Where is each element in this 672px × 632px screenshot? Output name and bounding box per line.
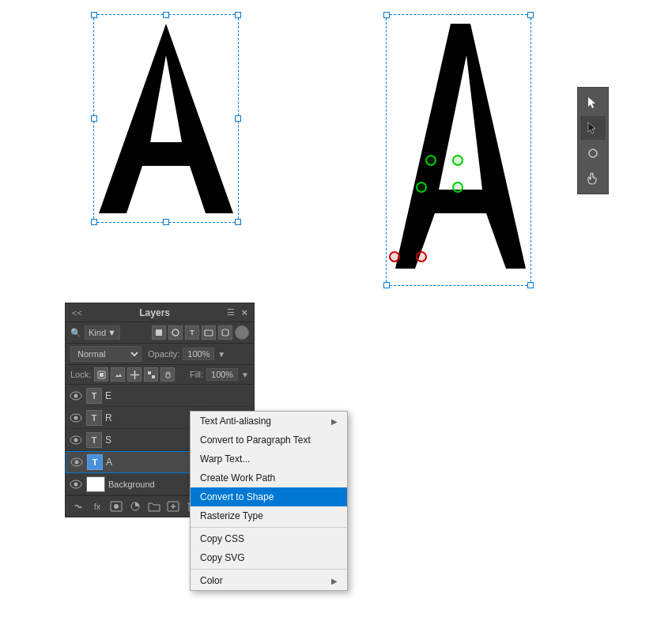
context-menu-separator-2	[191, 569, 347, 570]
eye-icon-a[interactable]	[70, 455, 84, 469]
eye-icon-e[interactable]	[69, 389, 83, 403]
kind-dropdown[interactable]: Kind ▼	[85, 325, 120, 340]
arrow-tool-black[interactable]	[580, 116, 606, 140]
panel-menu-button[interactable]: ☰	[227, 307, 235, 318]
svg-point-2	[589, 149, 597, 157]
anchor-red-2[interactable]	[416, 251, 427, 262]
layer-type-icon-r: T	[86, 410, 102, 426]
fill-input[interactable]	[206, 368, 238, 381]
layer-type-icon-e: T	[86, 388, 102, 404]
lock-artboards-icon[interactable]	[144, 367, 158, 382]
anchor-green-4[interactable]	[452, 182, 463, 193]
menu-item-rasterize-type[interactable]: Rasterize Type	[191, 506, 347, 525]
menu-item-label: Rasterize Type	[200, 510, 263, 521]
menu-item-label: Text Anti-aliasing	[200, 416, 271, 427]
menu-item-warp-text[interactable]: Warp Text...	[191, 450, 347, 468]
menu-item-convert-paragraph[interactable]: Convert to Paragraph Text	[191, 431, 347, 450]
canvas-area	[0, 0, 672, 300]
menu-item-convert-shape[interactable]: Convert to Shape	[191, 487, 347, 506]
letter-a-right	[387, 16, 530, 284]
menu-item-create-work-path[interactable]: Create Work Path	[191, 468, 347, 487]
filter-smart-icon[interactable]	[218, 325, 232, 340]
mask-icon[interactable]	[108, 499, 124, 514]
link-icon[interactable]	[70, 499, 86, 514]
layer-item-e[interactable]: T E	[66, 385, 254, 407]
effects-icon[interactable]: fx	[89, 499, 105, 514]
eye-icon-r[interactable]	[69, 411, 83, 425]
blend-mode-row: Normal Opacity: ▼	[66, 344, 254, 365]
lock-label: Lock:	[70, 370, 91, 379]
svg-point-15	[74, 393, 78, 397]
anchor-green-3[interactable]	[416, 182, 427, 193]
svg-point-4	[172, 329, 179, 336]
folder-icon[interactable]	[146, 499, 162, 514]
layers-panel-title: Layers	[139, 307, 170, 318]
eye-icon-bg[interactable]	[69, 477, 83, 491]
kind-arrow: ▼	[108, 328, 116, 337]
lock-position-icon[interactable]	[127, 367, 142, 382]
menu-item-arrow-color: ▶	[331, 577, 338, 585]
anchor-green-2[interactable]	[452, 155, 463, 166]
filter-toggle[interactable]	[235, 325, 249, 340]
adjustment-icon[interactable]	[127, 499, 143, 514]
layer-letter-s: S	[105, 434, 111, 446]
menu-item-label: Color	[200, 575, 223, 586]
menu-item-copy-svg[interactable]: Copy SVG	[191, 548, 347, 567]
eye-icon-s[interactable]	[69, 433, 83, 447]
layer-letter-r: R	[105, 412, 112, 423]
letter-a-right-svg	[387, 16, 530, 284]
lock-icons	[94, 367, 175, 382]
anchor-red-1[interactable]	[389, 251, 400, 262]
blend-mode-dropdown[interactable]: Normal	[70, 346, 142, 362]
svg-rect-13	[166, 374, 170, 378]
filter-type-icon[interactable]: T	[185, 325, 199, 340]
opacity-arrow[interactable]: ▼	[217, 350, 225, 359]
filter-icons: T	[152, 325, 249, 340]
filter-adjustment-icon[interactable]	[168, 325, 183, 340]
lock-all-icon[interactable]	[160, 367, 175, 382]
svg-rect-3	[156, 329, 162, 336]
opacity-input[interactable]	[183, 348, 214, 360]
svg-rect-5	[205, 330, 213, 336]
layer-thumbnail-bg	[86, 476, 105, 492]
svg-rect-8	[100, 373, 104, 377]
arrow-tool-white[interactable]	[580, 91, 606, 115]
lock-row: Lock: Fil	[66, 365, 254, 385]
panel-close-button[interactable]: ×	[241, 307, 247, 318]
filter-pixel-icon[interactable]	[152, 325, 166, 340]
lock-transparent-icon[interactable]	[94, 367, 108, 382]
menu-item-text-anti-aliasing[interactable]: Text Anti-aliasing ▶	[191, 412, 347, 431]
layers-panel-header: << Layers ☰ ×	[66, 303, 254, 322]
layer-type-icon-s: T	[86, 432, 102, 448]
svg-rect-11	[148, 371, 151, 374]
menu-item-copy-css[interactable]: Copy CSS	[191, 529, 347, 548]
letter-a-left-svg	[95, 16, 237, 221]
svg-marker-1	[588, 122, 595, 134]
lock-image-icon[interactable]	[111, 367, 125, 382]
kind-label: Kind	[89, 328, 106, 337]
context-menu: Text Anti-aliasing ▶ Convert to Paragrap…	[190, 411, 348, 591]
context-menu-separator-1	[191, 527, 347, 528]
menu-item-label: Copy SVG	[200, 552, 245, 563]
svg-point-19	[74, 438, 78, 442]
svg-point-17	[74, 416, 78, 419]
ellipse-tool[interactable]	[580, 141, 606, 165]
svg-rect-6	[222, 329, 228, 336]
opacity-label: Opacity:	[148, 349, 179, 359]
hand-tool[interactable]	[580, 167, 606, 190]
menu-item-color[interactable]: Color ▶	[191, 571, 347, 590]
search-icon: 🔍	[70, 328, 81, 338]
menu-item-label: Copy CSS	[200, 533, 244, 544]
menu-item-label: Convert to Paragraph Text	[200, 434, 311, 446]
svg-point-23	[74, 482, 78, 486]
filter-row: 🔍 Kind ▼ T	[66, 322, 254, 344]
menu-item-label: Warp Text...	[200, 453, 250, 465]
right-toolbar	[577, 87, 609, 194]
anchor-green-1[interactable]	[425, 155, 436, 166]
panel-collapse-button[interactable]: <<	[72, 308, 82, 318]
layer-letter-a: A	[106, 457, 112, 468]
filter-shape-icon[interactable]	[202, 325, 216, 340]
svg-point-25	[114, 504, 119, 509]
fill-arrow[interactable]: ▼	[241, 371, 249, 379]
new-layer-icon[interactable]	[165, 499, 181, 514]
